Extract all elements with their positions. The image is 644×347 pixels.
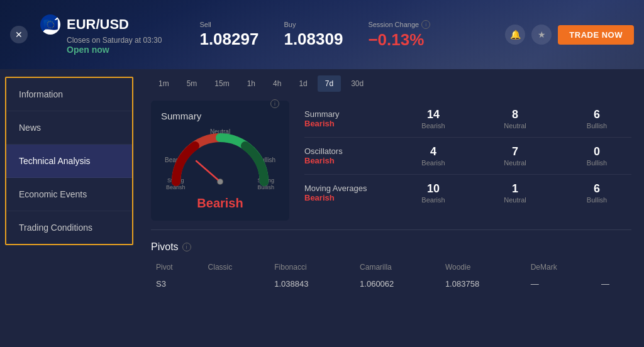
sell-label: Sell — [199, 21, 258, 28]
ma-neutral-label: Neutral — [480, 196, 550, 204]
pivot-s3-woodie: 1.083758 — [440, 274, 526, 294]
pivots-header: Pivots i — [151, 241, 631, 253]
ma-bearish-num: 10 — [399, 182, 468, 196]
time-tabs: 1m 5m 15m 1h 4h 1d 7d 30d — [151, 75, 631, 92]
stat-row-oscillators: Oscillators Bearish 4 Bearish 7 Neutral — [304, 138, 631, 175]
sidebar: Information News Technical Analysis Econ… — [0, 69, 138, 347]
tab-7d[interactable]: 7d — [318, 75, 341, 92]
pivot-s3-extra: — — [596, 274, 631, 294]
market-status: Open now — [40, 45, 162, 55]
svg-point-2 — [218, 179, 223, 184]
svg-line-1 — [196, 161, 220, 182]
pivots-title: Pivots — [151, 241, 179, 253]
col-fibonacci: Fibonacci — [269, 260, 355, 274]
buy-value: 1.08309 — [284, 30, 343, 49]
stat-signal-ma: Bearish — [304, 193, 386, 202]
flag-icon — [40, 14, 60, 35]
bell-button[interactable]: 🔔 — [505, 25, 525, 45]
session-value: −0.13% — [368, 30, 430, 50]
summary-neutral-label: Neutral — [480, 122, 550, 129]
sidebar-item-news[interactable]: News — [6, 111, 132, 145]
gauge-title: Summary — [161, 111, 201, 121]
oscillators-bearish-num: 4 — [399, 145, 468, 158]
pivot-s3-fibonacci: 1.038843 — [269, 274, 355, 294]
stat-row-summary: Summary Bearish 14 Bearish 8 Neutral 6 — [304, 101, 631, 138]
analysis-content: Summary i Neutral Bearish Bullish Strong… — [151, 101, 631, 221]
gauge-result: Bearish — [161, 196, 279, 211]
tab-15m[interactable]: 15m — [207, 75, 236, 92]
ma-bullish-label: Bullish — [562, 196, 631, 204]
stat-name-ma: Moving Averages — [304, 184, 386, 193]
tab-1d[interactable]: 1d — [291, 75, 314, 92]
star-button[interactable]: ★ — [531, 25, 552, 45]
price-section: Sell 1.08297 Buy 1.08309 Session Change … — [199, 20, 430, 50]
session-info-icon[interactable]: i — [421, 20, 430, 29]
buy-label: Buy — [284, 21, 343, 28]
buy-block: Buy 1.08309 — [284, 21, 343, 49]
bell-icon: 🔔 — [510, 30, 521, 40]
summary-bullish-num: 6 — [562, 108, 631, 121]
session-change-block: Session Change i −0.13% — [368, 20, 430, 50]
summary-neutral-num: 8 — [480, 108, 550, 121]
closes-text: Closes on Saturday at 03:30 — [40, 36, 162, 45]
tab-30d[interactable]: 30d — [343, 75, 371, 92]
tab-5m[interactable]: 5m — [179, 75, 205, 92]
pivot-row-s3: S3 1.038843 1.060062 1.083758 — — — [151, 274, 631, 294]
trade-now-button[interactable]: TRADE NOW — [558, 25, 634, 45]
oscillators-bullish-label: Bullish — [562, 159, 631, 167]
header-actions: 🔔 ★ TRADE NOW — [505, 25, 634, 45]
summary-bullish-label: Bullish — [562, 122, 631, 129]
col-camarilla: Camarilla — [355, 260, 440, 274]
summary-bearish-num: 14 — [399, 108, 468, 121]
currency-info: EUR/USD Closes on Saturday at 03:30 Open… — [40, 14, 162, 55]
col-demark: DeMark — [526, 260, 596, 274]
stat-signal-summary: Bearish — [304, 119, 386, 128]
sidebar-menu: Information News Technical Analysis Econ… — [5, 77, 133, 245]
col-pivot: Pivot — [151, 260, 203, 274]
ma-bullish-num: 6 — [562, 182, 631, 196]
sidebar-item-trading-conditions[interactable]: Trading Conditions — [6, 211, 132, 244]
oscillators-bullish-num: 0 — [562, 145, 631, 158]
pivot-s3-camarilla: 1.060062 — [355, 274, 440, 294]
ma-bearish-label: Bearish — [399, 196, 468, 204]
gauge-panel: Summary i Neutral Bearish Bullish Strong… — [151, 101, 289, 221]
ma-neutral-num: 1 — [480, 182, 550, 196]
oscillators-bearish-label: Bearish — [399, 159, 468, 167]
currency-pair-label: EUR/USD — [67, 16, 129, 33]
tab-1h[interactable]: 1h — [240, 75, 263, 92]
sidebar-item-information[interactable]: Information — [6, 78, 132, 111]
sell-value: 1.08297 — [199, 30, 258, 49]
oscillators-neutral-label: Neutral — [480, 159, 550, 167]
session-label: Session Change i — [368, 20, 430, 29]
stat-signal-oscillators: Bearish — [304, 156, 386, 165]
gauge-info-icon[interactable]: i — [270, 99, 279, 108]
pivots-info-icon[interactable]: i — [182, 243, 191, 251]
tab-1m[interactable]: 1m — [151, 75, 177, 92]
oscillators-neutral-num: 7 — [480, 145, 550, 158]
tab-4h[interactable]: 4h — [265, 75, 289, 92]
pivot-s3-label: S3 — [151, 274, 203, 294]
star-icon: ★ — [538, 30, 546, 40]
gauge-container: Neutral Bearish Bullish StrongBearish St… — [164, 122, 277, 191]
sidebar-item-technical-analysis[interactable]: Technical Analysis — [6, 145, 132, 178]
col-woodie: Woodie — [440, 260, 526, 274]
stat-row-moving-averages: Moving Averages Bearish 10 Bearish 1 Neu… — [304, 175, 631, 211]
pivots-section: Pivots i Pivot Classic Fibonacci Camaril… — [151, 239, 631, 294]
section-divider — [151, 229, 631, 230]
pivots-table: Pivot Classic Fibonacci Camarilla Woodie… — [151, 260, 631, 294]
close-button[interactable]: ✕ — [10, 26, 28, 43]
sell-block: Sell 1.08297 — [199, 21, 258, 49]
summary-stats: Summary Bearish 14 Bearish 8 Neutral 6 — [304, 101, 631, 221]
stat-name-summary: Summary — [304, 109, 386, 119]
pivot-s3-classic — [203, 274, 270, 294]
stat-name-oscillators: Oscillators — [304, 146, 386, 156]
sidebar-item-economic-events[interactable]: Economic Events — [6, 178, 132, 211]
col-classic: Classic — [203, 260, 270, 274]
pivot-s3-demark: — — [526, 274, 596, 294]
gauge-svg — [164, 122, 277, 191]
summary-bearish-label: Bearish — [399, 122, 468, 129]
right-content: 1m 5m 15m 1h 4h 1d 7d 30d Summary i — [138, 69, 644, 347]
